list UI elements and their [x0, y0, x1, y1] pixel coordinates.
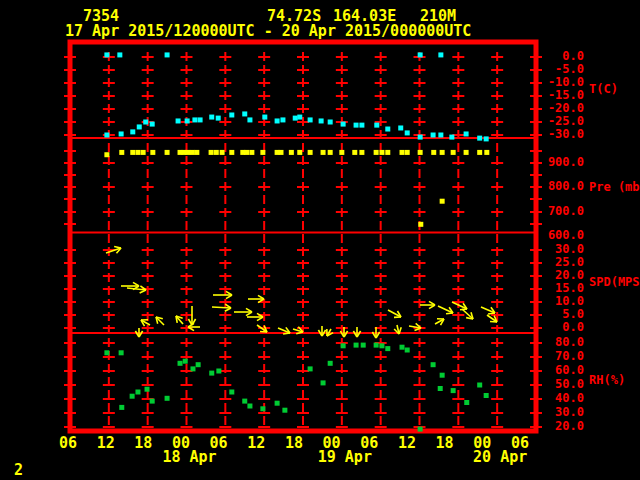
x-axis-hour-label: 18	[134, 436, 152, 451]
x-axis-date-label: 20 Apr	[473, 450, 527, 465]
x-axis-hour-label: 06	[59, 436, 77, 451]
page-number: 2	[14, 461, 23, 479]
x-axis-date-label: 18 Apr	[162, 450, 216, 465]
meteogram-screen: 7354 74.72S 164.03E 210M 17 Apr 2015/120…	[0, 0, 640, 480]
x-axis-hour-label: 12	[247, 436, 265, 451]
x-axis-labels: 0612180006121800061218000618 Apr19 Apr20…	[0, 0, 640, 480]
x-axis-hour-label: 12	[97, 436, 115, 451]
x-axis-hour-label: 18	[285, 436, 303, 451]
x-axis-hour-label: 12	[398, 436, 416, 451]
x-axis-hour-label: 18	[436, 436, 454, 451]
x-axis-date-label: 19 Apr	[318, 450, 372, 465]
